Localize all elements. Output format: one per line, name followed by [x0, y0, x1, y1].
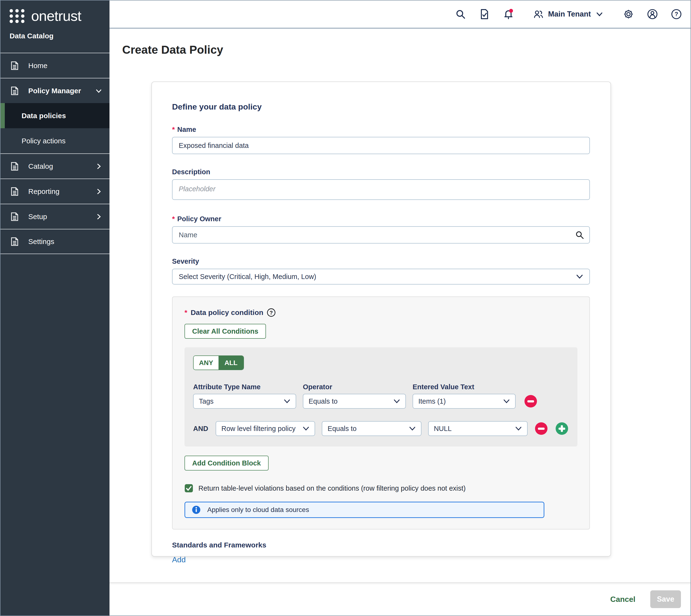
chevron-down-icon — [576, 272, 584, 281]
info-banner-text: Applies only to cloud data sources — [207, 506, 309, 514]
attribute-column-label: Attribute Type Name — [193, 383, 296, 391]
operator-column-label: Operator — [303, 383, 406, 391]
required-marker: * — [172, 125, 175, 133]
any-all-toggle: ANY ALL — [193, 355, 244, 370]
info-banner: Applies only to cloud data sources — [184, 502, 544, 518]
table-level-violations-row: Return table-level violations based on t… — [184, 484, 577, 492]
condition-row: Tags Equals to Items (1) — [193, 394, 569, 409]
document-check-icon[interactable] — [479, 8, 490, 20]
sidebar-item-settings[interactable]: Settings — [0, 229, 110, 254]
remove-condition-button[interactable] — [534, 422, 548, 436]
magnifier-icon[interactable] — [575, 230, 584, 239]
name-label: * Name — [172, 125, 590, 133]
sidebar-item-setup[interactable]: Setup — [0, 204, 110, 229]
sidebar-item-data-policies[interactable]: Data policies — [0, 103, 110, 128]
description-field-group: Description — [172, 168, 590, 201]
people-icon — [533, 9, 544, 19]
form-footer: Cancel Save — [110, 582, 691, 616]
table-level-violations-checkbox[interactable] — [184, 484, 193, 492]
condition-title: Data policy condition — [191, 308, 263, 316]
sidebar-item-label: Policy Manager — [28, 87, 86, 95]
clear-all-conditions-button[interactable]: Clear All Conditions — [184, 324, 266, 339]
bell-icon[interactable] — [503, 8, 514, 20]
sidebar-item-label: Home — [28, 62, 103, 70]
sidebar-item-policy-manager[interactable]: Policy Manager — [0, 78, 110, 103]
toggle-any[interactable]: ANY — [194, 356, 219, 370]
sidebar-item-home[interactable]: Home — [0, 53, 110, 78]
svg-text:?: ? — [270, 310, 273, 316]
notification-dot — [509, 9, 513, 13]
document-icon — [9, 237, 20, 247]
operator-select[interactable]: Equals to — [322, 421, 421, 436]
condition-column-labels: Attribute Type Name Operator Entered Val… — [193, 383, 569, 391]
account-icon[interactable] — [647, 8, 658, 20]
condition-row: AND Row level filtering policy Equals to… — [193, 421, 569, 436]
chevron-down-icon — [95, 87, 103, 95]
product-name: Data Catalog — [0, 24, 110, 40]
sidebar-item-label: Catalog — [28, 162, 86, 171]
attribute-select[interactable]: Row level filtering policy — [216, 421, 315, 436]
sidebar-item-policy-actions[interactable]: Policy actions — [0, 128, 110, 153]
sidebar-nav: Home Policy Manager Data policies Policy… — [0, 53, 110, 254]
sidebar-item-label: Policy actions — [22, 137, 103, 145]
sidebar-item-label: Setup — [28, 213, 86, 221]
policy-owner-field-group: * Policy Owner — [172, 215, 590, 244]
policy-form-card: Define your data policy * Name Descripti… — [151, 82, 611, 556]
chevron-right-icon — [95, 188, 103, 196]
top-header: Main Tenant ? — [110, 0, 691, 28]
sidebar-item-reporting[interactable]: Reporting — [0, 179, 110, 204]
help-icon[interactable]: ? — [671, 8, 682, 20]
name-input[interactable] — [172, 137, 590, 154]
chevron-down-icon — [302, 425, 310, 433]
chevron-down-icon — [595, 10, 604, 19]
document-icon — [9, 161, 20, 171]
severity-field-group: Severity Select Severity (Critical, High… — [172, 258, 590, 285]
chevron-down-icon — [408, 425, 416, 433]
value-column-label: Entered Value Text — [413, 383, 516, 391]
description-label: Description — [172, 168, 590, 176]
severity-select[interactable]: Select Severity (Critical, High, Medium,… — [172, 269, 590, 285]
brand-logo: onetrust — [0, 0, 110, 24]
app-window: onetrust Data Catalog Home Policy Manage… — [0, 0, 691, 616]
chevron-down-icon — [515, 425, 522, 433]
sidebar-item-catalog[interactable]: Catalog — [0, 153, 110, 179]
sidebar-item-label: Reporting — [28, 188, 86, 196]
document-icon — [9, 86, 20, 96]
sidebar-item-label: Data policies — [22, 112, 103, 120]
description-input[interactable] — [172, 179, 590, 200]
standards-add-link[interactable]: Add — [172, 555, 186, 564]
remove-circle-icon — [524, 394, 538, 408]
add-condition-button[interactable] — [555, 422, 569, 436]
standards-frameworks-label: Standards and Frameworks — [172, 541, 590, 549]
chevron-right-icon — [95, 162, 103, 171]
section-title: Define your data policy — [172, 102, 590, 111]
question-circle-icon[interactable]: ? — [267, 308, 276, 317]
condition-block: ANY ALL Attribute Type Name Operator Ent… — [184, 347, 577, 446]
remove-condition-button[interactable] — [524, 394, 538, 408]
severity-label: Severity — [172, 258, 590, 265]
sidebar: onetrust Data Catalog Home Policy Manage… — [0, 0, 110, 616]
tenant-switcher[interactable]: Main Tenant — [533, 9, 604, 19]
conjunction-label: AND — [193, 425, 209, 433]
add-condition-block-button[interactable]: Add Condition Block — [184, 456, 269, 470]
required-marker: * — [172, 215, 175, 223]
save-button[interactable]: Save — [650, 590, 681, 608]
document-icon — [9, 212, 20, 222]
table-level-violations-label: Return table-level violations based on t… — [198, 484, 466, 492]
chevron-right-icon — [95, 213, 103, 221]
operator-select[interactable]: Equals to — [303, 394, 406, 409]
policy-owner-input[interactable] — [172, 226, 590, 244]
add-circle-icon — [555, 422, 569, 436]
page-title: Create Data Policy — [122, 43, 223, 56]
attribute-select[interactable]: Tags — [193, 394, 296, 409]
value-select[interactable]: NULL — [428, 421, 528, 436]
value-select[interactable]: Items (1) — [413, 394, 516, 409]
document-icon — [9, 186, 20, 197]
gear-icon[interactable] — [623, 8, 634, 20]
document-icon — [9, 61, 20, 71]
remove-circle-icon — [534, 422, 548, 436]
cancel-button[interactable]: Cancel — [610, 595, 636, 604]
search-icon[interactable] — [455, 8, 466, 20]
toggle-all[interactable]: ALL — [219, 356, 243, 370]
chevron-down-icon — [503, 397, 510, 405]
